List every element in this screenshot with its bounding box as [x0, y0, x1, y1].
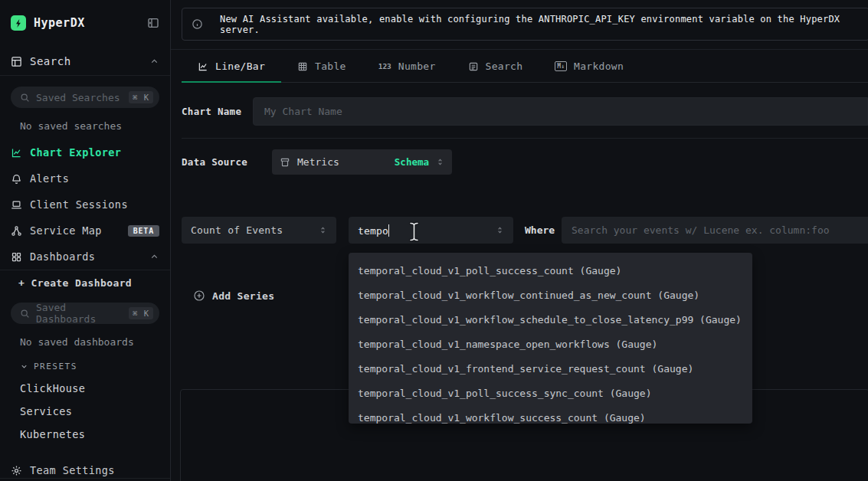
saved-searches-placeholder: Saved Searches: [36, 92, 123, 103]
app-title: HyperDX: [34, 16, 139, 30]
preset-clickhouse[interactable]: ClickHouse: [20, 382, 159, 394]
metric-option[interactable]: temporal_cloud_v1_workflow_success_count…: [349, 405, 752, 424]
chart-name-label: Chart Name: [182, 106, 253, 117]
create-dashboard-label: + Create Dashboard: [18, 277, 132, 289]
team-settings-label: Team Settings: [30, 464, 115, 476]
saved-searches-input[interactable]: Saved Searches ⌘ K: [11, 87, 159, 108]
selector-icon: [436, 158, 444, 166]
tab-label: Search: [486, 61, 523, 72]
banner-strip: New AI Assistant available, enable with …: [171, 0, 868, 50]
beta-badge: BETA: [128, 225, 159, 237]
tab-table[interactable]: Table: [281, 51, 362, 82]
shortcut-badge: ⌘ K: [129, 307, 153, 319]
data-source-value: Metrics: [297, 156, 388, 168]
create-dashboard-button[interactable]: + Create Dashboard: [0, 270, 170, 292]
grid-icon: [11, 251, 22, 263]
chevron-down-icon: [20, 362, 28, 371]
add-series-label: Add Series: [212, 290, 274, 302]
collapse-sidebar-icon[interactable]: [147, 17, 159, 29]
data-source-label: Data Source: [182, 156, 272, 168]
metric-option[interactable]: temporal_cloud_v1_workflow_continued_as_…: [349, 283, 752, 307]
no-saved-dashboards-text: No saved dashboards: [20, 336, 159, 348]
sidebar: HyperDX Search Saved Searches ⌘ K No sav…: [0, 0, 171, 481]
preset-kubernetes[interactable]: Kubernetes: [20, 428, 159, 440]
metric-option[interactable]: temporal_cloud_v1_workflow_schedule_to_c…: [349, 307, 752, 332]
shortcut-badge: ⌘ K: [129, 91, 153, 103]
where-placeholder: Search your events w/ Lucene ex. column:…: [572, 224, 830, 236]
chart-name-placeholder: My Chart Name: [264, 106, 342, 117]
ai-assistant-banner: New AI Assistant available, enable with …: [182, 8, 868, 41]
divider: [0, 75, 170, 76]
file-text-icon: [468, 61, 479, 72]
metric-option[interactable]: temporal_cloud_v1_frontend_service_reque…: [349, 356, 752, 381]
chevron-up-icon: [149, 252, 159, 262]
metric-option[interactable]: temporal_cloud_v1_namespace_open_workflo…: [349, 332, 752, 356]
metric-option[interactable]: temporal_cloud_v1_poll_success_sync_coun…: [349, 381, 752, 405]
where-label: Where: [525, 224, 562, 236]
saved-dashboards-input[interactable]: Saved Dashboards ⌘ K: [11, 303, 159, 324]
line-chart-icon: [198, 61, 208, 72]
metric-query-text: tempo: [358, 224, 496, 237]
tab-label: Number: [398, 61, 436, 72]
logo-row: HyperDX: [0, 0, 170, 31]
metric-option[interactable]: temporal_cloud_v1_poll_success_count (Ga…: [349, 258, 752, 283]
search-section-icon: [11, 56, 22, 67]
markdown-icon: M↓: [555, 61, 567, 71]
chart-type-tabs: Line/Bar Table 123 Number Search M↓ Mark…: [182, 51, 868, 83]
data-source-row: Data Source Metrics Schema: [182, 149, 452, 175]
chevron-up-icon: [149, 57, 159, 67]
selector-icon: [496, 226, 504, 234]
sidebar-item-service-map[interactable]: Service Map BETA: [0, 218, 170, 244]
chart-name-input[interactable]: My Chart Name: [253, 97, 868, 126]
tab-search[interactable]: Search: [452, 51, 539, 82]
tab-label: Table: [315, 61, 346, 72]
search-section-label: Search: [30, 55, 71, 67]
sidebar-item-label: Client Sessions: [30, 198, 128, 211]
tab-markdown[interactable]: M↓ Markdown: [539, 51, 640, 82]
presets-label: PRESETS: [34, 362, 77, 371]
selector-icon: [319, 226, 327, 234]
metric-search-input[interactable]: tempo: [349, 217, 513, 244]
hyperdx-logo-icon: [11, 15, 26, 31]
info-icon: [192, 18, 203, 30]
main-content: New AI Assistant available, enable with …: [171, 0, 868, 481]
laptop-icon: [11, 199, 22, 211]
saved-dashboards-placeholder: Saved Dashboards: [36, 302, 123, 325]
presets-toggle[interactable]: PRESETS: [20, 362, 159, 371]
tab-line-bar[interactable]: Line/Bar: [182, 51, 281, 82]
sidebar-item-dashboards[interactable]: Dashboards: [0, 244, 170, 270]
chart-name-row: Chart Name My Chart Name: [182, 97, 868, 126]
sidebar-nav: Chart Explorer Alerts Client Sessions Se…: [0, 139, 170, 270]
where-search-input[interactable]: Search your events w/ Lucene ex. column:…: [562, 217, 868, 244]
tab-number[interactable]: 123 Number: [362, 51, 452, 82]
preset-services[interactable]: Services: [20, 405, 159, 417]
sidebar-item-label: Service Map: [30, 224, 102, 237]
metric-options-dropdown: temporal_cloud_v1_poll_success_count (Ga…: [349, 253, 752, 424]
search-icon: [20, 309, 30, 319]
sidebar-item-chart-explorer[interactable]: Chart Explorer: [0, 139, 170, 165]
gear-icon: [11, 465, 22, 476]
search-icon: [20, 93, 30, 103]
table-icon: [297, 61, 308, 72]
schema-link[interactable]: Schema: [395, 156, 429, 168]
series-row: Count of Events tempo Where Search your …: [182, 217, 868, 244]
tab-label: Line/Bar: [215, 61, 265, 72]
data-source-select[interactable]: Metrics Schema: [272, 149, 452, 175]
sidebar-section-search[interactable]: Search: [0, 47, 170, 75]
number-123-icon: 123: [378, 62, 391, 70]
divider: [0, 478, 170, 479]
plus-circle-icon: [193, 290, 205, 302]
database-icon: [280, 157, 290, 168]
tab-label: Markdown: [574, 61, 624, 72]
divider: [182, 138, 868, 139]
text-caret: [388, 224, 389, 237]
no-saved-searches-text: No saved searches: [20, 120, 159, 132]
banner-text: New AI Assistant available, enable with …: [220, 14, 860, 35]
aggregation-select[interactable]: Count of Events: [182, 217, 336, 244]
sidebar-item-alerts[interactable]: Alerts: [0, 165, 170, 191]
sidebar-item-label: Chart Explorer: [30, 146, 121, 159]
add-series-button[interactable]: Add Series: [193, 290, 274, 302]
sidebar-item-client-sessions[interactable]: Client Sessions: [0, 191, 170, 218]
sidebar-item-label: Alerts: [30, 172, 69, 185]
bell-icon: [11, 173, 22, 185]
